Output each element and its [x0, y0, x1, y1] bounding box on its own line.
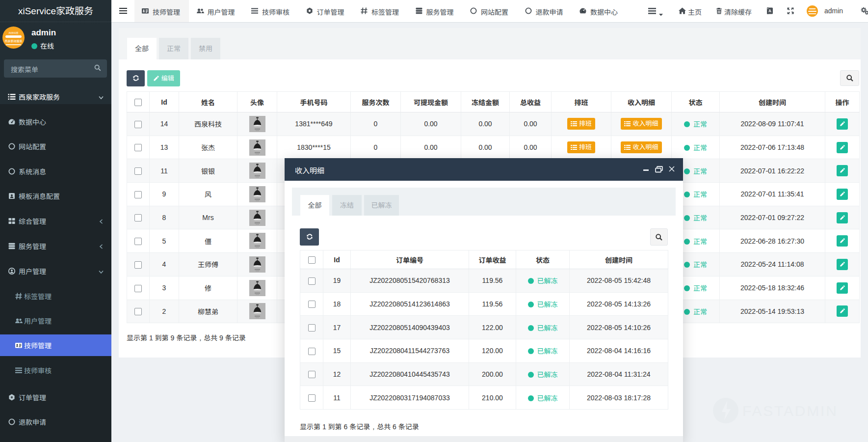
- svg-text:FASTADMIN: FASTADMIN: [742, 403, 838, 419]
